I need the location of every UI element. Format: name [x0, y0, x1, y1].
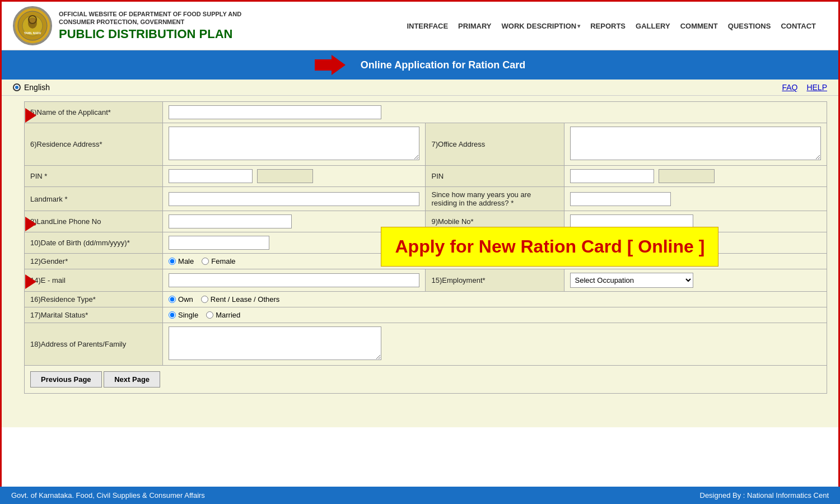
- nav-menu: INTERFACE PRIMARY WORK DESCRIPTION ▾ REP…: [241, 22, 827, 30]
- residence-pin-extra-input[interactable]: [257, 169, 313, 183]
- field-17-input-cell: Single Married: [163, 307, 827, 323]
- field-12-label: 12)Gender*: [25, 254, 163, 269]
- nav-comment[interactable]: COMMENT: [680, 22, 718, 30]
- application-form: 5)Name of the Applicant* 6)Residence Add…: [24, 101, 827, 394]
- field-5-label: 5)Name of the Applicant*: [25, 102, 163, 123]
- residence-own-radio[interactable]: [169, 296, 176, 303]
- faq-link[interactable]: FAQ: [782, 83, 797, 92]
- landmark-label: Landmark *: [25, 187, 163, 211]
- table-row: Previous Page Next Page: [25, 366, 827, 394]
- applicant-name-input[interactable]: [169, 105, 381, 119]
- years-residing-input[interactable]: [570, 192, 671, 206]
- language-bar: English FAQ HELP: [2, 80, 838, 96]
- banner-title: Online Application for Ration Card: [361, 59, 525, 71]
- arrow-applicant-indicator: [25, 108, 36, 124]
- pin-label: PIN *: [25, 166, 163, 187]
- help-link[interactable]: HELP: [806, 83, 827, 92]
- field-14-label: 14)E - mail: [25, 269, 163, 292]
- residence-rent-option[interactable]: Rent / Lease / Others: [201, 295, 280, 304]
- page-banner: Online Application for Ration Card: [2, 50, 838, 80]
- nav-questions[interactable]: QUESTIONS: [728, 22, 771, 30]
- header-subtitle-line1: OFFICIAL WEBSITE OF DEPARTMENT OF FOOD S…: [59, 10, 241, 18]
- header: TAMIL NADU OFFICIAL WEBSITE OF DEPARTMEN…: [2, 2, 838, 50]
- marital-single-option[interactable]: Single: [169, 311, 198, 319]
- field-15-label: 15)Employment*: [426, 269, 564, 292]
- residence-pin-input[interactable]: [169, 169, 253, 183]
- table-row: 17)Marital Status* Single Married: [25, 307, 827, 323]
- svg-text:TAMIL NADU: TAMIL NADU: [24, 31, 41, 35]
- header-subtitle-line2: CONSUMER PROTECTION, GOVERNMENT: [59, 18, 241, 26]
- field-10-label: 10)Date of Birth (dd/mm/yyyy)*: [25, 232, 163, 254]
- marital-married-option[interactable]: Married: [206, 311, 240, 319]
- residence-rent-radio[interactable]: [201, 296, 208, 303]
- site-title: PUBLIC DISTRIBUTION PLAN: [59, 27, 241, 41]
- page-footer: Govt. of Karnataka. Food, Civil Supplies…: [0, 487, 840, 504]
- nav-contact[interactable]: CONTACT: [781, 22, 816, 30]
- years-input-cell: [564, 187, 827, 211]
- table-row: 5)Name of the Applicant*: [25, 102, 827, 123]
- promo-overlay-banner: Apply for New Ration Card [ Online ]: [381, 227, 718, 267]
- previous-page-button[interactable]: Previous Page: [30, 371, 102, 388]
- office-pin-input[interactable]: [570, 169, 654, 183]
- nav-reports[interactable]: REPORTS: [590, 22, 626, 30]
- residence-own-option[interactable]: Own: [169, 295, 193, 304]
- pin-input-cell: [163, 166, 426, 187]
- arrow-marital-indicator: [25, 274, 36, 291]
- field-7-input-cell: [564, 123, 827, 166]
- arrow-dob-indicator: [25, 217, 36, 233]
- gender-male-radio[interactable]: [169, 258, 176, 265]
- landline-input[interactable]: [169, 214, 292, 228]
- nav-gallery[interactable]: GALLERY: [636, 22, 670, 30]
- residence-address-input[interactable]: [169, 127, 419, 160]
- table-row: 10)Date of Birth (dd/mm/yyyy)* Apply for…: [25, 232, 827, 254]
- pin2-label: PIN: [426, 166, 564, 187]
- table-row: 18)Address of Parents/Family: [25, 323, 827, 366]
- dob-input[interactable]: [169, 236, 269, 250]
- logo-text-area: OFFICIAL WEBSITE OF DEPARTMENT OF FOOD S…: [59, 10, 241, 42]
- footer-left-text: Govt. of Karnataka. Food, Civil Supplies…: [11, 491, 205, 500]
- gender-female-option[interactable]: Female: [202, 257, 235, 265]
- help-links: FAQ HELP: [782, 83, 827, 92]
- email-input[interactable]: [169, 273, 419, 287]
- next-page-button[interactable]: Next Page: [104, 371, 160, 388]
- pin2-input-cell: [564, 166, 827, 187]
- field-16-input-cell: Own Rent / Lease / Others: [163, 292, 827, 307]
- footer-right-text: Designed By : National Informatics Cent: [700, 491, 829, 500]
- language-label: English: [24, 83, 50, 92]
- main-content: 5)Name of the Applicant* 6)Residence Add…: [2, 96, 838, 427]
- landmark-input[interactable]: [169, 192, 419, 206]
- nav-primary[interactable]: PRIMARY: [458, 22, 491, 30]
- chevron-down-icon: ▾: [577, 23, 580, 29]
- table-row: 14)E - mail 15)Employment* Select Occupa…: [25, 269, 827, 292]
- promo-overlay-text: Apply for New Ration Card [ Online ]: [395, 236, 704, 256]
- field-7-label: 7)Office Address: [426, 123, 564, 166]
- marital-status-radio-group: Single Married: [169, 311, 821, 319]
- marital-single-radio[interactable]: [169, 311, 176, 319]
- field-8-label: 8)LandLine Phone No: [25, 211, 163, 232]
- table-row: PIN * PIN: [25, 166, 827, 187]
- parents-address-input[interactable]: [169, 326, 381, 360]
- office-pin-extra-input[interactable]: [659, 169, 715, 183]
- field-5-input-cell: [163, 102, 827, 123]
- table-row: 16)Residence Type* Own Rent / Lease / Ot…: [25, 292, 827, 307]
- field-17-label: 17)Marital Status*: [25, 307, 163, 323]
- government-seal-icon: TAMIL NADU: [13, 6, 52, 45]
- marital-married-radio[interactable]: [206, 311, 213, 319]
- occupation-select[interactable]: Select Occupation: [570, 273, 693, 288]
- field-18-input-cell: [163, 323, 827, 366]
- buttons-row: Previous Page Next Page: [25, 366, 827, 394]
- logo-area: TAMIL NADU OFFICIAL WEBSITE OF DEPARTMEN…: [13, 6, 241, 45]
- english-radio[interactable]: [13, 83, 21, 91]
- nav-interface[interactable]: INTERFACE: [407, 22, 448, 30]
- gender-male-option[interactable]: Male: [169, 257, 194, 265]
- field-6-label: 6)Residence Address*: [25, 123, 163, 166]
- table-row: 6)Residence Address* 7)Office Address: [25, 123, 827, 166]
- nav-work-description[interactable]: WORK DESCRIPTION ▾: [502, 22, 581, 30]
- residence-type-radio-group: Own Rent / Lease / Others: [169, 295, 821, 304]
- office-address-input[interactable]: [570, 127, 821, 160]
- language-selector[interactable]: English: [13, 83, 50, 92]
- field-15-input-cell: Select Occupation: [564, 269, 827, 292]
- field-16-label: 16)Residence Type*: [25, 292, 163, 307]
- gender-female-radio[interactable]: [202, 258, 209, 265]
- field-18-label: 18)Address of Parents/Family: [25, 323, 163, 366]
